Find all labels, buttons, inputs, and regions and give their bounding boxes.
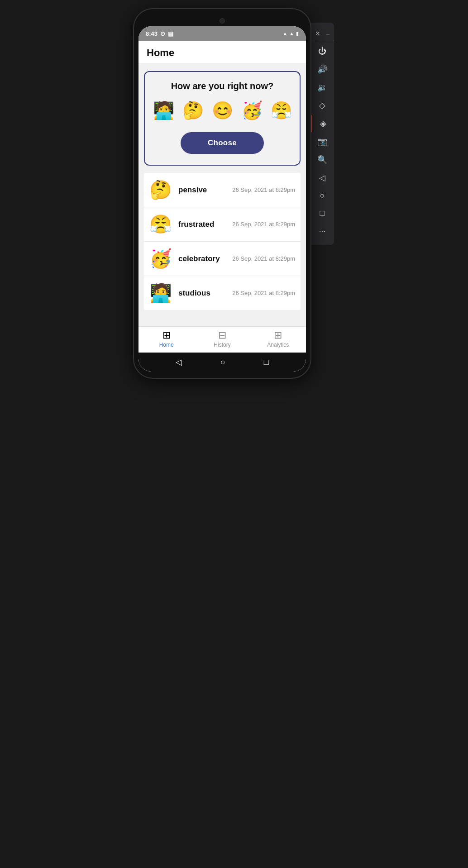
app-bar: Home: [138, 41, 306, 64]
nav-home[interactable]: ⊞ Home: [138, 330, 194, 348]
history-time-pensive: 26 Sep, 2021 at 8:29pm: [232, 186, 295, 193]
more-options-icon[interactable]: ···: [310, 223, 334, 239]
home-button[interactable]: ○: [220, 358, 225, 367]
outer-wrapper: 8:43 ⊙ ▤ ▲ ▲ ▮ Home How are you right no…: [134, 9, 334, 378]
volume-up-icon[interactable]: 🔊: [310, 61, 334, 78]
emoji-frustrated[interactable]: 😤: [271, 100, 292, 120]
circle-icon: ⊙: [160, 30, 165, 37]
back-button[interactable]: ◁: [176, 357, 182, 367]
side-panel-top-controls: ✕ –: [310, 26, 334, 41]
square-recents-icon[interactable]: □: [310, 205, 334, 222]
status-bar: 8:43 ⊙ ▤ ▲ ▲ ▮: [138, 26, 306, 41]
emoji-happy[interactable]: 😊: [212, 100, 233, 120]
battery-icon: ▮: [296, 31, 299, 37]
history-label-frustrated: frustrated: [178, 220, 226, 229]
power-icon[interactable]: ⏻: [310, 43, 334, 60]
history-item-studious[interactable]: 🧑‍💻 studious 26 Sep, 2021 at 8:29pm: [144, 276, 301, 310]
phone-shell: 8:43 ⊙ ▤ ▲ ▲ ▮ Home How are you right no…: [134, 9, 310, 378]
recents-button[interactable]: □: [264, 358, 269, 367]
emoji-pensive[interactable]: 🤔: [182, 100, 204, 120]
history-time-celebratory: 26 Sep, 2021 at 8:29pm: [232, 255, 295, 262]
camera-icon[interactable]: 📷: [310, 133, 334, 150]
emoji-row: 🧑‍💻 🤔 😊 🥳 😤: [153, 100, 292, 120]
android-nav: ◁ ○ □: [138, 353, 306, 372]
status-right: ▲ ▲ ▮: [282, 31, 299, 37]
mood-card: How are you right now? 🧑‍💻 🤔 😊 🥳 😤 Choos…: [144, 71, 301, 166]
status-time: 8:43: [146, 30, 158, 37]
history-emoji-studious: 🧑‍💻: [149, 282, 172, 304]
analytics-nav-label: Analytics: [267, 342, 289, 348]
emoji-studious[interactable]: 🧑‍💻: [153, 100, 174, 120]
diamond-outline-icon[interactable]: ◇: [310, 97, 334, 114]
bookmark-icon: ▤: [168, 30, 173, 37]
emoji-celebratory[interactable]: 🥳: [241, 100, 263, 120]
mood-question: How are you right now?: [171, 81, 274, 91]
wifi-icon: ▲: [282, 31, 287, 36]
choose-button[interactable]: Choose: [181, 132, 264, 154]
history-time-frustrated: 26 Sep, 2021 at 8:29pm: [232, 221, 295, 228]
circle-home-icon[interactable]: ○: [310, 187, 334, 204]
side-icon-row: ⏻ 🔊 🔉 ◇ ◈ 📷 🔍 ◁ ○ □ ···: [310, 41, 334, 241]
home-nav-label: Home: [159, 342, 174, 348]
camera-notch: [138, 15, 306, 26]
bottom-nav: ⊞ Home ⊟ History ⊞ Analytics: [138, 326, 306, 353]
status-left: 8:43 ⊙ ▤: [146, 30, 173, 37]
back-arrow-icon[interactable]: ◁: [310, 169, 334, 186]
nav-history[interactable]: ⊟ History: [194, 330, 250, 348]
history-label-studious: studious: [178, 289, 226, 298]
signal-icon: ▲: [289, 31, 294, 36]
history-nav-icon: ⊟: [218, 330, 226, 340]
phone-screen: 8:43 ⊙ ▤ ▲ ▲ ▮ Home How are you right no…: [138, 26, 306, 372]
history-label-celebratory: celebratory: [178, 254, 226, 263]
nav-analytics[interactable]: ⊞ Analytics: [250, 330, 306, 348]
analytics-nav-icon: ⊞: [274, 330, 282, 340]
history-label-pensive: pensive: [178, 186, 226, 195]
history-list: 🤔 pensive 26 Sep, 2021 at 8:29pm 😤 frust…: [144, 173, 301, 310]
zoom-in-icon[interactable]: 🔍: [310, 151, 334, 168]
volume-down-icon[interactable]: 🔉: [310, 79, 334, 96]
history-item-pensive[interactable]: 🤔 pensive 26 Sep, 2021 at 8:29pm: [144, 173, 301, 207]
history-emoji-celebratory: 🥳: [149, 248, 172, 269]
home-nav-icon: ⊞: [162, 330, 171, 340]
camera-dot: [220, 18, 225, 24]
history-time-studious: 26 Sep, 2021 at 8:29pm: [232, 290, 295, 296]
history-nav-label: History: [214, 342, 230, 348]
main-content: How are you right now? 🧑‍💻 🤔 😊 🥳 😤 Choos…: [138, 64, 306, 326]
history-emoji-frustrated: 😤: [149, 214, 172, 235]
history-item-frustrated[interactable]: 😤 frustrated 26 Sep, 2021 at 8:29pm: [144, 207, 301, 242]
side-panel: ✕ – ⏻ 🔊 🔉 ◇ ◈ 📷 🔍 ◁ ○ □ ···: [310, 23, 334, 245]
minimize-button[interactable]: –: [324, 29, 331, 38]
close-button[interactable]: ✕: [313, 29, 322, 38]
diamond-filled-icon[interactable]: ◈: [310, 115, 334, 132]
history-item-celebratory[interactable]: 🥳 celebratory 26 Sep, 2021 at 8:29pm: [144, 242, 301, 276]
page-title: Home: [147, 47, 174, 58]
history-emoji-pensive: 🤔: [149, 179, 172, 200]
bottom-spacer: [144, 310, 301, 319]
